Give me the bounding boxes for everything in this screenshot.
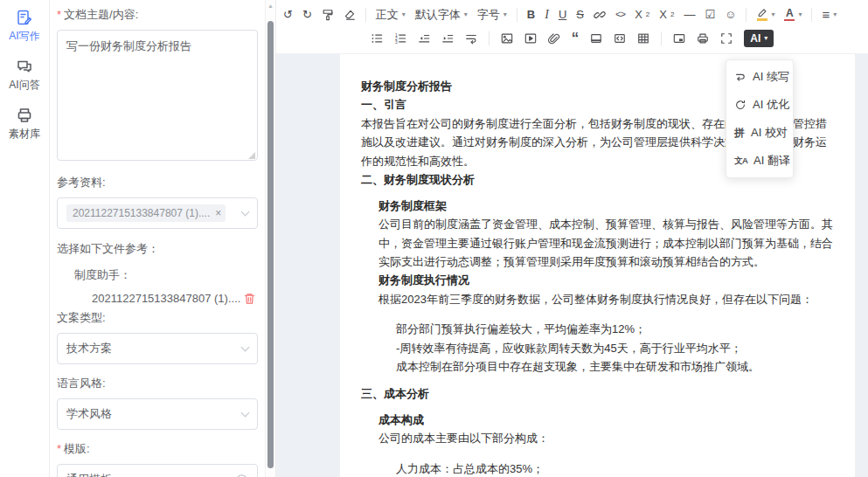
- bullet-list-icon[interactable]: [371, 32, 383, 45]
- print-icon[interactable]: [697, 32, 709, 45]
- insert-image-icon[interactable]: [501, 32, 513, 45]
- template-label: *模版:: [57, 441, 258, 457]
- menu-item-ai-translate[interactable]: 文A AI 翻译: [726, 147, 793, 175]
- editor-region: ↺ ↻ 正文 ▾ 默认字体 ▾ 字号 ▾ B I U: [275, 0, 868, 477]
- topic-label: *文档主题/内容:: [57, 7, 258, 23]
- scrollbar-up-arrow[interactable]: ▲: [266, 3, 275, 9]
- delete-file-icon[interactable]: [243, 292, 256, 305]
- emoji-icon[interactable]: ☺: [725, 8, 736, 21]
- toolbar-row-1: ↺ ↻ 正文 ▾ 默认字体 ▾ 字号 ▾ B I U: [283, 3, 861, 26]
- outdent-icon[interactable]: [418, 32, 430, 45]
- todo-checkbox-icon[interactable]: ☑: [705, 8, 715, 21]
- toolbar-separator: [746, 8, 746, 22]
- caret-down-icon: ▾: [503, 10, 507, 18]
- sidebar-item-ai-qa[interactable]: AI问答: [9, 58, 39, 93]
- clear-format-icon[interactable]: [344, 9, 356, 21]
- panel-scrollbar: ▲: [265, 0, 275, 477]
- toolbar-separator: [661, 31, 662, 45]
- check-circle-icon: [235, 474, 248, 477]
- font-size-select[interactable]: 字号 ▾: [477, 7, 507, 23]
- divider-icon[interactable]: [590, 32, 602, 45]
- toolbar-row-2: 123 “: [283, 26, 861, 50]
- indent-icon[interactable]: [441, 32, 454, 45]
- ai-qa-icon: [16, 58, 33, 75]
- ai-optimize-icon: [734, 99, 746, 111]
- menu-item-ai-proofread[interactable]: 拼 AI 校对: [726, 119, 793, 147]
- doc-paragraph: 根据2023年前三季度的财务数据，公司整体财务制度执行情况良好，但存在以下问题：: [361, 290, 834, 308]
- doc-list-item: 部分部门预算执行偏差较大，平均偏差率为12%；: [361, 320, 834, 338]
- reference-tag: 2021122715133847807 (1).... ×: [66, 204, 226, 222]
- ordered-list-icon[interactable]: 123: [394, 32, 406, 45]
- caret-down-icon: ▾: [464, 10, 468, 18]
- doc-subheading: 财务制度框架: [361, 197, 834, 215]
- link-icon[interactable]: [594, 9, 606, 21]
- font-family-select[interactable]: 默认字体 ▾: [415, 7, 468, 23]
- doc-type-label: 文案类型:: [57, 310, 258, 326]
- lang-style-select[interactable]: 学术风格: [57, 398, 258, 430]
- doc-subheading: 财务制度执行情况: [361, 271, 834, 289]
- insert-video-icon[interactable]: [524, 32, 537, 45]
- chevron-down-icon: [241, 207, 250, 216]
- file-name: 2021122715133847807 (1)....: [92, 292, 243, 305]
- doc-paragraph: 公司的成本主要由以下部分构成：: [361, 429, 834, 447]
- chevron-down-icon: [241, 342, 250, 351]
- topic-textarea[interactable]: [57, 30, 258, 161]
- ai-writing-icon: [16, 9, 33, 26]
- ai-writing-form: *文档主题/内容: 参考资料: 2021122715133847807 (1).…: [50, 0, 265, 477]
- inline-code-icon[interactable]: <>: [615, 10, 625, 20]
- superscript-icon[interactable]: X2: [659, 8, 674, 21]
- attachment-icon[interactable]: [548, 32, 560, 45]
- material-library-icon: [16, 107, 33, 124]
- redo-icon[interactable]: ↻: [302, 8, 312, 21]
- doc-list-item: 成本控制在部分项目中存在超支现象，主要集中在研发和市场推广领域。: [361, 357, 834, 376]
- code-block-icon[interactable]: [614, 32, 626, 45]
- sidebar-item-label: 素材库: [9, 127, 40, 142]
- toolbar-separator: [517, 8, 517, 22]
- required-asterisk: *: [57, 8, 61, 21]
- template-select[interactable]: 通用模板: [57, 464, 258, 477]
- strikethrough-icon[interactable]: S: [576, 8, 584, 21]
- chevron-down-icon: [221, 474, 230, 477]
- highlight-color-icon[interactable]: ▾: [756, 8, 774, 21]
- menu-item-ai-optimize[interactable]: AI 优化: [726, 91, 793, 119]
- format-painter-icon[interactable]: [322, 9, 334, 21]
- file-row: 2021122715133847807 (1)....: [92, 292, 258, 305]
- textarea-resize-handle[interactable]: [248, 152, 255, 159]
- text-wrap-icon[interactable]: [465, 32, 477, 45]
- fullscreen-icon[interactable]: [720, 32, 733, 45]
- paragraph-style-select[interactable]: 正文 ▾: [376, 7, 406, 23]
- reference-select[interactable]: 2021122715133847807 (1).... ×: [57, 197, 258, 229]
- sidebar-item-material-library[interactable]: 素材库: [9, 107, 40, 142]
- table-icon[interactable]: [637, 32, 649, 45]
- scrollbar-thumb[interactable]: [267, 21, 274, 468]
- caret-down-icon: ▾: [771, 10, 774, 18]
- align-select[interactable]: ≡ ▾: [822, 7, 837, 22]
- caret-down-icon: ▾: [764, 34, 767, 42]
- svg-text:3: 3: [395, 39, 398, 44]
- toolbar-separator: [365, 8, 366, 22]
- files-reference-label: 选择如下文件参考：: [57, 241, 258, 257]
- horizontal-rule-icon[interactable]: —: [684, 8, 695, 21]
- font-color-icon[interactable]: A ▾: [784, 8, 802, 22]
- lang-style-label: 语言风格:: [57, 376, 258, 391]
- italic-icon[interactable]: I: [545, 8, 549, 22]
- tag-close-icon[interactable]: ×: [215, 208, 221, 218]
- sidebar-item-ai-writing[interactable]: AI写作: [9, 9, 39, 44]
- bold-icon[interactable]: B: [527, 8, 535, 21]
- ai-translate-icon: 文A: [734, 156, 747, 167]
- pip-window-icon[interactable]: [673, 32, 685, 45]
- menu-item-ai-continue[interactable]: AI 续写: [726, 63, 793, 91]
- doc-list-item: -周转效率有待提高，应收账款周转天数为45天，高于行业平均水平；: [361, 339, 834, 357]
- doc-subheading: 成本构成: [361, 411, 834, 429]
- underline-icon[interactable]: U: [559, 8, 566, 21]
- caret-down-icon: ▾: [833, 10, 837, 18]
- sidebar-item-label: AI问答: [9, 78, 39, 93]
- file-group-label: 制度助手：: [74, 267, 258, 283]
- undo-icon[interactable]: ↺: [283, 8, 293, 21]
- doc-list-item: 人力成本：占总成本的35%；: [361, 460, 834, 477]
- doc-type-select[interactable]: 技术方案: [57, 333, 258, 364]
- doc-paragraph: 公司目前的制度涵盖了资金管理、成本控制、预算管理、核算与报告、风险管理等方面。其…: [361, 215, 834, 271]
- ai-menu-button[interactable]: AI ▾: [744, 30, 774, 47]
- blockquote-icon[interactable]: “: [572, 34, 580, 43]
- subscript-icon[interactable]: X2: [635, 8, 649, 21]
